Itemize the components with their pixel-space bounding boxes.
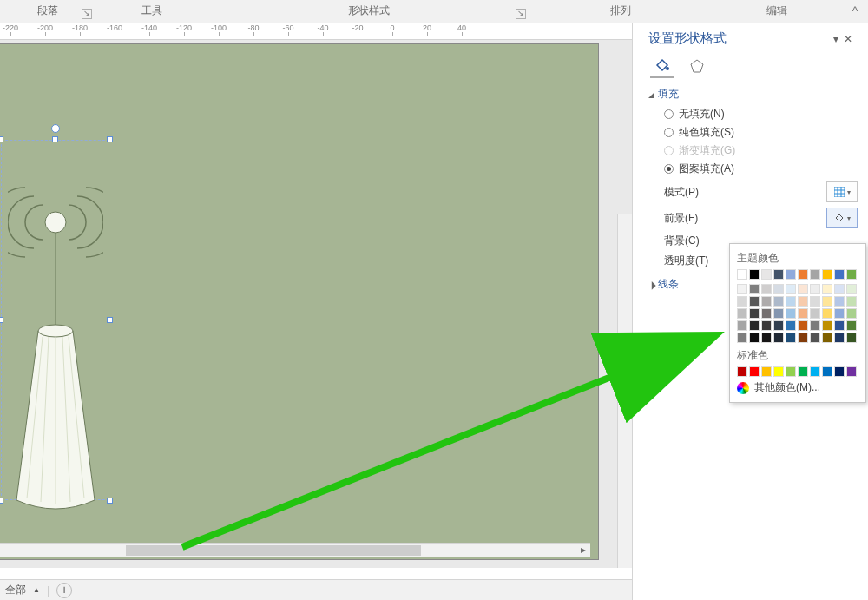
pages-dropdown-icon[interactable]: ▲: [33, 586, 40, 594]
color-swatch[interactable]: [773, 296, 784, 307]
color-swatch[interactable]: [834, 333, 845, 343]
color-swatch[interactable]: [798, 366, 808, 377]
color-swatch[interactable]: [737, 296, 747, 307]
color-swatch[interactable]: [810, 308, 820, 319]
color-swatch[interactable]: [749, 296, 760, 307]
color-swatch[interactable]: [749, 284, 760, 294]
add-page-button[interactable]: +: [56, 583, 72, 598]
color-swatch[interactable]: [798, 269, 808, 280]
effects-tab[interactable]: [685, 54, 709, 78]
fill-pattern-option[interactable]: 图案填充(A): [664, 162, 858, 176]
color-swatch[interactable]: [846, 366, 857, 377]
color-swatch[interactable]: [822, 296, 832, 307]
color-swatch[interactable]: [810, 333, 820, 343]
color-swatch[interactable]: [761, 296, 772, 307]
vertical-scrollbar[interactable]: [617, 214, 632, 568]
pages-all-label[interactable]: 全部: [5, 583, 26, 597]
resize-handle[interactable]: [0, 498, 3, 504]
color-swatch[interactable]: [798, 308, 808, 319]
color-swatch[interactable]: [786, 284, 796, 294]
color-swatch[interactable]: [834, 308, 845, 319]
drawing-canvas[interactable]: ▸: [0, 40, 632, 568]
dialog-launcher-icon[interactable]: ↘: [516, 9, 526, 19]
resize-handle[interactable]: [107, 136, 113, 142]
color-swatch[interactable]: [786, 320, 796, 331]
color-swatch[interactable]: [822, 269, 832, 280]
ribbon-collapse-button[interactable]: ^: [842, 0, 868, 23]
color-swatch[interactable]: [810, 296, 820, 307]
color-swatch[interactable]: [822, 320, 832, 331]
color-swatch[interactable]: [810, 284, 820, 294]
color-swatch[interactable]: [834, 284, 845, 294]
color-swatch[interactable]: [822, 308, 832, 319]
color-swatch[interactable]: [749, 320, 760, 331]
pane-menu-button[interactable]: ▾: [833, 33, 844, 45]
color-swatch[interactable]: [834, 320, 845, 331]
color-swatch[interactable]: [786, 269, 796, 280]
color-swatch[interactable]: [749, 366, 760, 377]
color-swatch[interactable]: [773, 320, 784, 331]
color-swatch[interactable]: [822, 284, 832, 294]
color-swatch[interactable]: [761, 333, 772, 343]
color-swatch[interactable]: [773, 284, 784, 294]
resize-handle[interactable]: [0, 317, 3, 323]
color-swatch[interactable]: [773, 333, 784, 343]
color-swatch[interactable]: [834, 366, 845, 377]
color-swatch[interactable]: [737, 366, 747, 377]
horizontal-scrollbar[interactable]: ▸: [0, 543, 590, 557]
color-swatch[interactable]: [834, 296, 845, 307]
fill-none-option[interactable]: 无填充(N): [664, 107, 858, 122]
color-swatch[interactable]: [822, 366, 832, 377]
color-swatch[interactable]: [798, 320, 808, 331]
color-swatch[interactable]: [834, 269, 845, 280]
color-swatch[interactable]: [846, 284, 857, 294]
pattern-mode-button[interactable]: ▾: [826, 181, 858, 202]
color-swatch[interactable]: [798, 284, 808, 294]
color-swatch[interactable]: [761, 269, 772, 280]
color-swatch[interactable]: [822, 333, 832, 343]
resize-handle[interactable]: [107, 317, 113, 323]
color-swatch[interactable]: [810, 269, 820, 280]
color-swatch[interactable]: [761, 284, 772, 294]
color-swatch[interactable]: [846, 333, 857, 343]
color-swatch[interactable]: [761, 308, 772, 319]
resize-handle[interactable]: [0, 136, 3, 142]
color-swatch[interactable]: [773, 308, 784, 319]
color-swatch[interactable]: [786, 366, 796, 377]
color-swatch[interactable]: [798, 333, 808, 343]
color-swatch[interactable]: [749, 269, 760, 280]
rotation-handle[interactable]: [51, 124, 60, 133]
color-swatch[interactable]: [786, 333, 796, 343]
color-swatch[interactable]: [846, 269, 857, 280]
color-swatch[interactable]: [737, 284, 747, 294]
color-swatch[interactable]: [737, 320, 747, 331]
color-swatch[interactable]: [737, 269, 747, 280]
resize-handle[interactable]: [107, 498, 113, 504]
color-swatch[interactable]: [846, 296, 857, 307]
selected-shape-antenna[interactable]: [1, 140, 109, 500]
fill-solid-option[interactable]: 纯色填充(S): [664, 125, 858, 140]
color-swatch[interactable]: [749, 333, 760, 343]
pane-close-button[interactable]: ✕: [844, 33, 858, 45]
scroll-right-button[interactable]: ▸: [575, 544, 590, 558]
drawing-page[interactable]: [0, 43, 599, 560]
color-swatch[interactable]: [737, 308, 747, 319]
resize-handle[interactable]: [52, 136, 58, 142]
color-swatch[interactable]: [749, 308, 760, 319]
color-swatch[interactable]: [810, 366, 820, 377]
color-swatch[interactable]: [810, 320, 820, 331]
scrollbar-thumb[interactable]: [126, 545, 421, 556]
color-swatch[interactable]: [737, 333, 747, 343]
foreground-color-button[interactable]: ▾: [826, 208, 858, 228]
color-swatch[interactable]: [786, 308, 796, 319]
fill-section-header[interactable]: ◢ 填充: [648, 87, 858, 102]
color-swatch[interactable]: [846, 320, 857, 331]
color-swatch[interactable]: [761, 366, 772, 377]
color-swatch[interactable]: [798, 296, 808, 307]
color-swatch[interactable]: [761, 320, 772, 331]
color-swatch[interactable]: [786, 296, 796, 307]
color-swatch[interactable]: [773, 366, 784, 377]
color-swatch[interactable]: [846, 308, 857, 319]
dialog-launcher-icon[interactable]: ↘: [82, 9, 92, 19]
color-swatch[interactable]: [773, 269, 784, 280]
